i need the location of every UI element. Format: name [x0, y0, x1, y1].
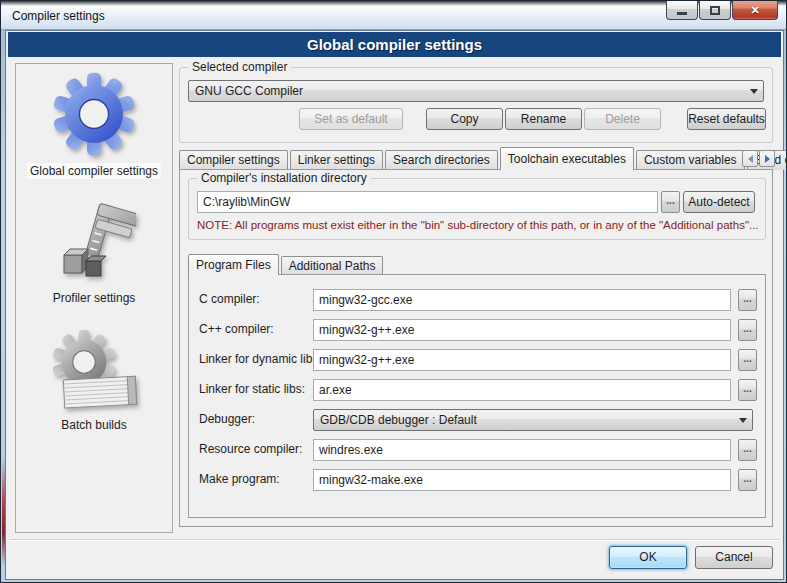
- field-label: Linker for dynamic libs:: [199, 352, 322, 366]
- settings-tab-strip: Compiler settings Linker settings Search…: [179, 147, 773, 170]
- restore-icon: [710, 6, 720, 15]
- auto-detect-button[interactable]: Auto-detect: [683, 191, 755, 213]
- page-title: Global compiler settings: [8, 32, 781, 57]
- selected-compiler-group: Selected compiler GNU GCC Compiler Set a…: [179, 67, 773, 143]
- blue-gear-icon[interactable]: [50, 70, 138, 161]
- paths-tab-strip: Program Files Additional Paths: [188, 254, 385, 275]
- footer-separator: [10, 539, 779, 541]
- minimize-icon: [677, 12, 687, 15]
- sidebar-item-profiler-settings[interactable]: Profiler settings: [50, 290, 139, 306]
- tab-scroll-arrows: [741, 150, 775, 167]
- browse-make-program-button[interactable]: ...: [738, 469, 757, 491]
- tab-custom-variables[interactable]: Custom variables: [636, 150, 745, 170]
- debugger-select[interactable]: GDB/CDB debugger : Default: [313, 409, 753, 431]
- compiler-select[interactable]: GNU GCC Compiler: [188, 80, 764, 102]
- dialog-client-area: Global compiler settings: [5, 30, 784, 580]
- group-caption: Selected compiler: [188, 60, 291, 74]
- installation-note: NOTE: All programs must exist either in …: [197, 219, 761, 231]
- tab-toolchain-executables[interactable]: Toolchain executables: [500, 147, 634, 170]
- close-icon: ✕: [750, 4, 759, 17]
- browse-resource-compiler-button[interactable]: ...: [738, 439, 757, 461]
- installation-directory-row: ... Auto-detect: [197, 191, 755, 213]
- cancel-button[interactable]: Cancel: [695, 546, 773, 569]
- sidebar-item-global-compiler-settings[interactable]: Global compiler settings: [27, 163, 161, 179]
- browse-dynamic-linker-button[interactable]: ...: [738, 349, 757, 371]
- dynamic-linker-input[interactable]: [313, 349, 731, 371]
- field-label: C compiler:: [199, 292, 260, 306]
- field-label: Resource compiler:: [199, 442, 302, 456]
- browse-cpp-compiler-button[interactable]: ...: [738, 319, 757, 341]
- resource-compiler-row: Resource compiler: ...: [189, 439, 765, 461]
- tab-linker-settings[interactable]: Linker settings: [290, 150, 383, 170]
- tab-program-files[interactable]: Program Files: [188, 254, 279, 275]
- window-title: Compiler settings: [12, 9, 105, 23]
- field-label: Linker for static libs:: [199, 382, 305, 396]
- browse-static-linker-button[interactable]: ...: [738, 379, 757, 401]
- resource-compiler-input[interactable]: [313, 439, 731, 461]
- make-program-row: Make program: ...: [189, 469, 765, 491]
- group-caption: Compiler's installation directory: [197, 171, 371, 185]
- tab-search-directories[interactable]: Search directories: [385, 150, 498, 170]
- static-linker-row: Linker for static libs: ...: [189, 379, 765, 401]
- maximize-button[interactable]: [699, 1, 731, 20]
- field-label: Debugger:: [199, 412, 255, 426]
- compiler-select-value: GNU GCC Compiler: [195, 84, 303, 98]
- program-files-panel: C compiler: ... C++ compiler: ... Linker…: [188, 274, 766, 518]
- c-compiler-row: C compiler: ...: [189, 289, 765, 311]
- left-arrow-icon: [748, 155, 753, 163]
- tab-additional-paths[interactable]: Additional Paths: [281, 256, 384, 275]
- close-button[interactable]: ✕: [732, 1, 778, 20]
- installation-directory-group: Compiler's installation directory ... Au…: [188, 178, 766, 240]
- field-label: C++ compiler:: [199, 322, 274, 336]
- compiler-settings-window: Compiler settings ✕ Global compiler sett…: [0, 0, 787, 583]
- settings-category-list: Global compiler settings: [15, 63, 173, 533]
- tab-compiler-settings[interactable]: Compiler settings: [179, 150, 288, 170]
- scroll-tabs-left-button[interactable]: [742, 150, 758, 167]
- set-as-default-button[interactable]: Set as default: [299, 108, 403, 130]
- debugger-row: Debugger: GDB/CDB debugger : Default: [189, 409, 765, 431]
- sidebar-item-batch-builds[interactable]: Batch builds: [58, 417, 129, 433]
- make-program-input[interactable]: [313, 469, 731, 491]
- copy-button[interactable]: Copy: [426, 108, 503, 130]
- installation-directory-input[interactable]: [197, 191, 658, 213]
- title-bar[interactable]: Compiler settings ✕: [1, 1, 786, 30]
- browse-c-compiler-button[interactable]: ...: [738, 289, 757, 311]
- gray-gear-stack-icon[interactable]: [46, 328, 142, 415]
- right-arrow-icon: [765, 155, 770, 163]
- c-compiler-input[interactable]: [313, 289, 731, 311]
- delete-button[interactable]: Delete: [584, 108, 661, 130]
- ok-button[interactable]: OK: [609, 546, 687, 569]
- cpp-compiler-row: C++ compiler: ...: [189, 319, 765, 341]
- reset-defaults-button[interactable]: Reset defaults: [687, 108, 766, 130]
- cpp-compiler-input[interactable]: [313, 319, 731, 341]
- field-label: Make program:: [199, 472, 280, 486]
- caption-buttons: ✕: [665, 1, 778, 20]
- toolchain-executables-panel: Compiler's installation directory ... Au…: [179, 169, 773, 527]
- static-linker-input[interactable]: [313, 379, 731, 401]
- debugger-select-value: GDB/CDB debugger : Default: [320, 413, 477, 427]
- caliper-icon[interactable]: [52, 199, 136, 288]
- minimize-button[interactable]: [666, 1, 698, 20]
- chevron-down-icon: [739, 418, 747, 423]
- chevron-down-icon: [750, 89, 758, 94]
- dynamic-linker-row: Linker for dynamic libs: ...: [189, 349, 765, 371]
- browse-directory-button[interactable]: ...: [661, 191, 680, 213]
- scroll-tabs-right-button[interactable]: [759, 150, 775, 167]
- rename-button[interactable]: Rename: [505, 108, 582, 130]
